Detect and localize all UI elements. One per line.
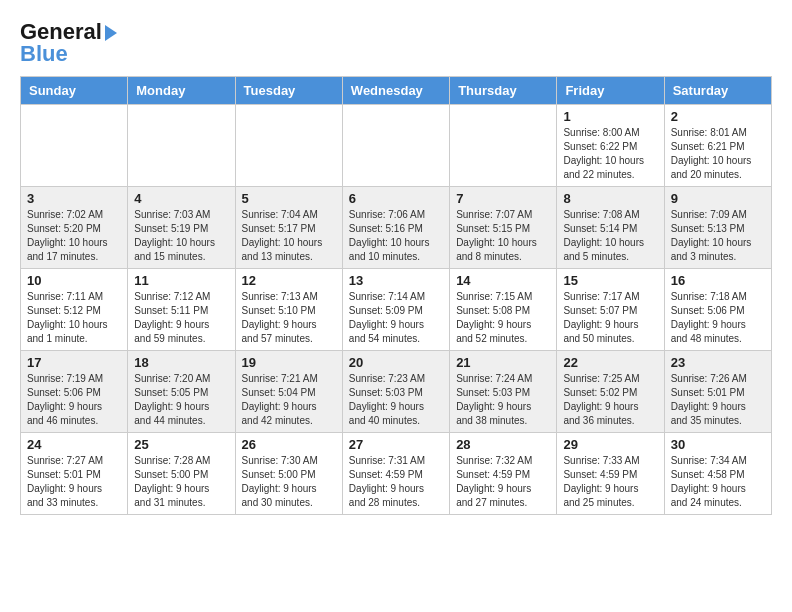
day-number: 10	[27, 273, 121, 288]
day-number: 17	[27, 355, 121, 370]
day-info: Sunrise: 7:04 AMSunset: 5:17 PMDaylight:…	[242, 208, 336, 264]
day-info: Sunrise: 7:03 AMSunset: 5:19 PMDaylight:…	[134, 208, 228, 264]
day-info: Sunrise: 7:09 AMSunset: 5:13 PMDaylight:…	[671, 208, 765, 264]
calendar-header-monday: Monday	[128, 77, 235, 105]
day-info: Sunrise: 7:07 AMSunset: 5:15 PMDaylight:…	[456, 208, 550, 264]
calendar-cell: 2Sunrise: 8:01 AMSunset: 6:21 PMDaylight…	[664, 105, 771, 187]
calendar-cell: 9Sunrise: 7:09 AMSunset: 5:13 PMDaylight…	[664, 187, 771, 269]
day-info: Sunrise: 7:08 AMSunset: 5:14 PMDaylight:…	[563, 208, 657, 264]
calendar-cell: 12Sunrise: 7:13 AMSunset: 5:10 PMDayligh…	[235, 269, 342, 351]
calendar-cell: 26Sunrise: 7:30 AMSunset: 5:00 PMDayligh…	[235, 433, 342, 515]
day-number: 14	[456, 273, 550, 288]
calendar-cell: 6Sunrise: 7:06 AMSunset: 5:16 PMDaylight…	[342, 187, 449, 269]
calendar-table: SundayMondayTuesdayWednesdayThursdayFrid…	[20, 76, 772, 515]
day-number: 7	[456, 191, 550, 206]
day-info: Sunrise: 7:06 AMSunset: 5:16 PMDaylight:…	[349, 208, 443, 264]
day-number: 12	[242, 273, 336, 288]
calendar-cell: 28Sunrise: 7:32 AMSunset: 4:59 PMDayligh…	[450, 433, 557, 515]
day-info: Sunrise: 7:17 AMSunset: 5:07 PMDaylight:…	[563, 290, 657, 346]
day-info: Sunrise: 7:20 AMSunset: 5:05 PMDaylight:…	[134, 372, 228, 428]
day-info: Sunrise: 7:13 AMSunset: 5:10 PMDaylight:…	[242, 290, 336, 346]
calendar-cell: 15Sunrise: 7:17 AMSunset: 5:07 PMDayligh…	[557, 269, 664, 351]
calendar-header-sunday: Sunday	[21, 77, 128, 105]
day-info: Sunrise: 7:11 AMSunset: 5:12 PMDaylight:…	[27, 290, 121, 346]
day-number: 8	[563, 191, 657, 206]
day-number: 11	[134, 273, 228, 288]
day-info: Sunrise: 7:23 AMSunset: 5:03 PMDaylight:…	[349, 372, 443, 428]
logo: General Blue	[20, 20, 117, 66]
day-info: Sunrise: 7:26 AMSunset: 5:01 PMDaylight:…	[671, 372, 765, 428]
day-number: 26	[242, 437, 336, 452]
day-number: 5	[242, 191, 336, 206]
day-number: 19	[242, 355, 336, 370]
calendar-cell: 3Sunrise: 7:02 AMSunset: 5:20 PMDaylight…	[21, 187, 128, 269]
day-number: 28	[456, 437, 550, 452]
calendar-cell: 4Sunrise: 7:03 AMSunset: 5:19 PMDaylight…	[128, 187, 235, 269]
calendar-cell	[450, 105, 557, 187]
day-number: 15	[563, 273, 657, 288]
day-info: Sunrise: 7:27 AMSunset: 5:01 PMDaylight:…	[27, 454, 121, 510]
calendar-cell: 21Sunrise: 7:24 AMSunset: 5:03 PMDayligh…	[450, 351, 557, 433]
calendar-cell: 30Sunrise: 7:34 AMSunset: 4:58 PMDayligh…	[664, 433, 771, 515]
day-number: 6	[349, 191, 443, 206]
day-number: 20	[349, 355, 443, 370]
day-number: 22	[563, 355, 657, 370]
calendar-cell: 14Sunrise: 7:15 AMSunset: 5:08 PMDayligh…	[450, 269, 557, 351]
day-info: Sunrise: 7:24 AMSunset: 5:03 PMDaylight:…	[456, 372, 550, 428]
calendar-cell: 8Sunrise: 7:08 AMSunset: 5:14 PMDaylight…	[557, 187, 664, 269]
calendar-header-saturday: Saturday	[664, 77, 771, 105]
logo-blue: Blue	[20, 42, 68, 66]
calendar-cell: 7Sunrise: 7:07 AMSunset: 5:15 PMDaylight…	[450, 187, 557, 269]
day-number: 4	[134, 191, 228, 206]
calendar-cell: 24Sunrise: 7:27 AMSunset: 5:01 PMDayligh…	[21, 433, 128, 515]
calendar-cell: 23Sunrise: 7:26 AMSunset: 5:01 PMDayligh…	[664, 351, 771, 433]
calendar-header-row: SundayMondayTuesdayWednesdayThursdayFrid…	[21, 77, 772, 105]
calendar-cell: 5Sunrise: 7:04 AMSunset: 5:17 PMDaylight…	[235, 187, 342, 269]
calendar-cell: 18Sunrise: 7:20 AMSunset: 5:05 PMDayligh…	[128, 351, 235, 433]
day-number: 16	[671, 273, 765, 288]
day-number: 3	[27, 191, 121, 206]
calendar-cell: 20Sunrise: 7:23 AMSunset: 5:03 PMDayligh…	[342, 351, 449, 433]
day-info: Sunrise: 7:21 AMSunset: 5:04 PMDaylight:…	[242, 372, 336, 428]
page-header: General Blue	[20, 20, 772, 66]
calendar-cell: 25Sunrise: 7:28 AMSunset: 5:00 PMDayligh…	[128, 433, 235, 515]
calendar-cell: 27Sunrise: 7:31 AMSunset: 4:59 PMDayligh…	[342, 433, 449, 515]
calendar-header-thursday: Thursday	[450, 77, 557, 105]
day-info: Sunrise: 7:33 AMSunset: 4:59 PMDaylight:…	[563, 454, 657, 510]
day-number: 21	[456, 355, 550, 370]
calendar-cell: 16Sunrise: 7:18 AMSunset: 5:06 PMDayligh…	[664, 269, 771, 351]
calendar-cell: 22Sunrise: 7:25 AMSunset: 5:02 PMDayligh…	[557, 351, 664, 433]
day-info: Sunrise: 8:01 AMSunset: 6:21 PMDaylight:…	[671, 126, 765, 182]
calendar-cell	[235, 105, 342, 187]
day-info: Sunrise: 7:19 AMSunset: 5:06 PMDaylight:…	[27, 372, 121, 428]
calendar-cell: 17Sunrise: 7:19 AMSunset: 5:06 PMDayligh…	[21, 351, 128, 433]
day-info: Sunrise: 7:30 AMSunset: 5:00 PMDaylight:…	[242, 454, 336, 510]
day-info: Sunrise: 7:28 AMSunset: 5:00 PMDaylight:…	[134, 454, 228, 510]
day-info: Sunrise: 7:15 AMSunset: 5:08 PMDaylight:…	[456, 290, 550, 346]
calendar-cell	[128, 105, 235, 187]
day-number: 29	[563, 437, 657, 452]
day-number: 24	[27, 437, 121, 452]
calendar-cell: 11Sunrise: 7:12 AMSunset: 5:11 PMDayligh…	[128, 269, 235, 351]
calendar-header-friday: Friday	[557, 77, 664, 105]
calendar-week-row: 1Sunrise: 8:00 AMSunset: 6:22 PMDaylight…	[21, 105, 772, 187]
day-info: Sunrise: 7:25 AMSunset: 5:02 PMDaylight:…	[563, 372, 657, 428]
calendar-cell: 19Sunrise: 7:21 AMSunset: 5:04 PMDayligh…	[235, 351, 342, 433]
day-info: Sunrise: 7:31 AMSunset: 4:59 PMDaylight:…	[349, 454, 443, 510]
calendar-cell	[342, 105, 449, 187]
day-number: 18	[134, 355, 228, 370]
day-number: 23	[671, 355, 765, 370]
day-number: 30	[671, 437, 765, 452]
day-number: 1	[563, 109, 657, 124]
day-info: Sunrise: 7:14 AMSunset: 5:09 PMDaylight:…	[349, 290, 443, 346]
day-info: Sunrise: 7:02 AMSunset: 5:20 PMDaylight:…	[27, 208, 121, 264]
calendar-cell: 13Sunrise: 7:14 AMSunset: 5:09 PMDayligh…	[342, 269, 449, 351]
day-number: 27	[349, 437, 443, 452]
day-info: Sunrise: 7:18 AMSunset: 5:06 PMDaylight:…	[671, 290, 765, 346]
day-info: Sunrise: 7:34 AMSunset: 4:58 PMDaylight:…	[671, 454, 765, 510]
calendar-week-row: 17Sunrise: 7:19 AMSunset: 5:06 PMDayligh…	[21, 351, 772, 433]
day-number: 9	[671, 191, 765, 206]
calendar-cell	[21, 105, 128, 187]
calendar-week-row: 24Sunrise: 7:27 AMSunset: 5:01 PMDayligh…	[21, 433, 772, 515]
calendar-week-row: 10Sunrise: 7:11 AMSunset: 5:12 PMDayligh…	[21, 269, 772, 351]
